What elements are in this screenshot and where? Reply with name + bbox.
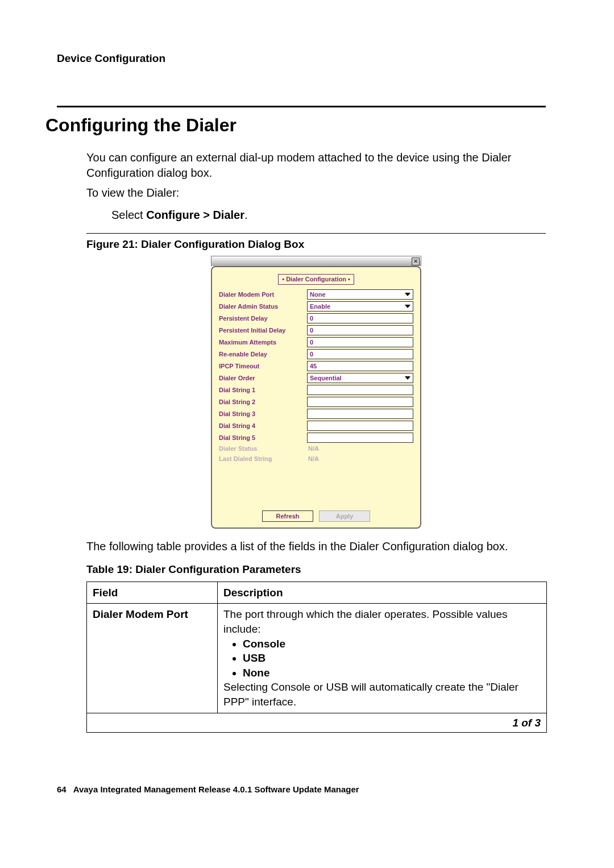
- th-description: Description: [218, 582, 547, 604]
- label-ds5: Dial String 5: [219, 434, 307, 442]
- doc-title: Avaya Integrated Management Release 4.0.…: [73, 784, 359, 794]
- input-ds2[interactable]: [307, 397, 413, 407]
- figure-rule: [86, 233, 546, 234]
- page-title: Configuring the Dialer: [45, 113, 546, 138]
- row-reenable-delay: Re-enable Delay: [219, 349, 413, 359]
- bullet-item: Console: [243, 637, 541, 651]
- step-prefix: Select: [111, 209, 146, 221]
- select-admin-status[interactable]: Enable: [307, 301, 413, 312]
- bullet-item: USB: [243, 651, 541, 666]
- label-ds1: Dial String 1: [219, 386, 307, 394]
- cell-description: The port through which the dialer operat…: [218, 604, 547, 713]
- label-ds4: Dial String 4: [219, 422, 307, 430]
- row-dialer-status: Dialer Status N/A: [219, 445, 413, 453]
- table-row: Dialer Modem Port The port through which…: [87, 604, 547, 713]
- table-title: Table 19: Dialer Configuration Parameter…: [86, 562, 546, 577]
- chevron-down-icon: [405, 376, 410, 380]
- select-dialer-order-value: Sequential: [310, 374, 342, 383]
- input-reenable-delay[interactable]: [307, 349, 413, 359]
- table-intro: The following table provides a list of t…: [86, 539, 546, 554]
- input-ds5-field[interactable]: [310, 434, 410, 441]
- step-path: Configure > Dialer: [146, 209, 244, 221]
- input-ipcp-timeout-field[interactable]: [310, 363, 410, 369]
- input-ds3-field[interactable]: [310, 410, 410, 417]
- dialog-titlebar: ✕: [211, 256, 421, 266]
- row-dialer-order: Dialer Order Sequential: [219, 373, 413, 383]
- select-admin-status-value: Enable: [310, 302, 330, 311]
- input-ds2-field[interactable]: [310, 398, 410, 405]
- dialer-config-dialog: ✕ • Dialer Configuration • Dialer Modem …: [211, 256, 421, 529]
- label-persistent-initial: Persistent Initial Delay: [219, 326, 307, 335]
- row-ds4: Dial String 4: [219, 421, 413, 431]
- input-persistent-initial-field[interactable]: [310, 327, 410, 334]
- label-ds3: Dial String 3: [219, 410, 307, 418]
- to-view-text: To view the Dialer:: [86, 185, 546, 201]
- table-pager: 1 of 3: [87, 713, 547, 733]
- label-reenable-delay: Re-enable Delay: [219, 350, 307, 359]
- dialog-tab-label: • Dialer Configuration •: [278, 274, 354, 285]
- row-ds3: Dial String 3: [219, 409, 413, 419]
- row-modem-port: Dialer Modem Port None: [219, 289, 413, 300]
- cell-field-name: Dialer Modem Port: [87, 604, 218, 713]
- select-modem-port[interactable]: None: [307, 289, 413, 300]
- input-max-attempts[interactable]: [307, 337, 413, 347]
- refresh-button[interactable]: Refresh: [262, 510, 313, 522]
- bullet-item: None: [243, 666, 541, 680]
- input-max-attempts-field[interactable]: [310, 339, 410, 346]
- dialog-body: • Dialer Configuration • Dialer Modem Po…: [211, 266, 421, 529]
- input-ds4-field[interactable]: [310, 422, 410, 429]
- row-ipcp-timeout: IPCP Timeout: [219, 361, 413, 371]
- select-dialer-order[interactable]: Sequential: [307, 373, 413, 383]
- value-last-dialed: N/A: [307, 455, 413, 463]
- page-footer: 64 Avaya Integrated Management Release 4…: [57, 784, 546, 795]
- dialog-footer: Refresh Apply: [219, 465, 413, 528]
- step-text: Select Configure > Dialer.: [111, 207, 546, 223]
- intro-text: You can configure an external dial-up mo…: [86, 150, 546, 181]
- row-admin-status: Dialer Admin Status Enable: [219, 301, 413, 312]
- label-admin-status: Dialer Admin Status: [219, 302, 307, 311]
- input-ds3[interactable]: [307, 409, 413, 419]
- table-pager-row: 1 of 3: [87, 713, 547, 733]
- label-modem-port: Dialer Modem Port: [219, 290, 307, 299]
- row-ds1: Dial String 1: [219, 385, 413, 395]
- parameters-table: Field Description Dialer Modem Port The …: [86, 582, 547, 733]
- desc-pre: The port through which the dialer operat…: [223, 608, 508, 635]
- desc-bullets: Console USB None: [243, 637, 541, 680]
- section-header: Device Configuration: [57, 51, 546, 66]
- close-icon[interactable]: ✕: [412, 258, 420, 265]
- row-persistent-delay: Persistent Delay: [219, 313, 413, 323]
- input-ds1-field[interactable]: [310, 387, 410, 393]
- row-ds2: Dial String 2: [219, 397, 413, 407]
- input-persistent-delay[interactable]: [307, 313, 413, 323]
- label-ipcp-timeout: IPCP Timeout: [219, 362, 307, 371]
- label-persistent-delay: Persistent Delay: [219, 314, 307, 323]
- label-max-attempts: Maximum Attempts: [219, 338, 307, 347]
- dialog-figure: ✕ • Dialer Configuration • Dialer Modem …: [86, 256, 546, 529]
- figure-caption: Figure 21: Dialer Configuration Dialog B…: [86, 237, 546, 252]
- select-modem-port-value: None: [310, 290, 326, 299]
- step-suffix: .: [244, 209, 248, 221]
- input-ds1[interactable]: [307, 385, 413, 395]
- input-reenable-delay-field[interactable]: [310, 351, 410, 358]
- table-header-row: Field Description: [87, 582, 547, 604]
- label-ds2: Dial String 2: [219, 398, 307, 406]
- input-ipcp-timeout[interactable]: [307, 361, 413, 371]
- chevron-down-icon: [405, 305, 410, 308]
- row-ds5: Dial String 5: [219, 433, 413, 443]
- label-dialer-order: Dialer Order: [219, 374, 307, 383]
- label-dialer-status: Dialer Status: [219, 445, 307, 453]
- value-dialer-status: N/A: [307, 445, 413, 453]
- apply-button[interactable]: Apply: [319, 510, 370, 522]
- label-last-dialed: Last Dialed String: [219, 455, 307, 463]
- section-rule: [57, 106, 546, 107]
- input-persistent-initial[interactable]: [307, 325, 413, 335]
- page-number: 64: [57, 784, 67, 794]
- input-ds5[interactable]: [307, 433, 413, 443]
- desc-post: Selecting Console or USB will automatica…: [223, 681, 518, 708]
- input-persistent-delay-field[interactable]: [310, 315, 410, 322]
- row-persistent-initial: Persistent Initial Delay: [219, 325, 413, 335]
- dialog-tab: • Dialer Configuration •: [219, 274, 413, 285]
- row-max-attempts: Maximum Attempts: [219, 337, 413, 347]
- th-field: Field: [87, 582, 218, 604]
- input-ds4[interactable]: [307, 421, 413, 431]
